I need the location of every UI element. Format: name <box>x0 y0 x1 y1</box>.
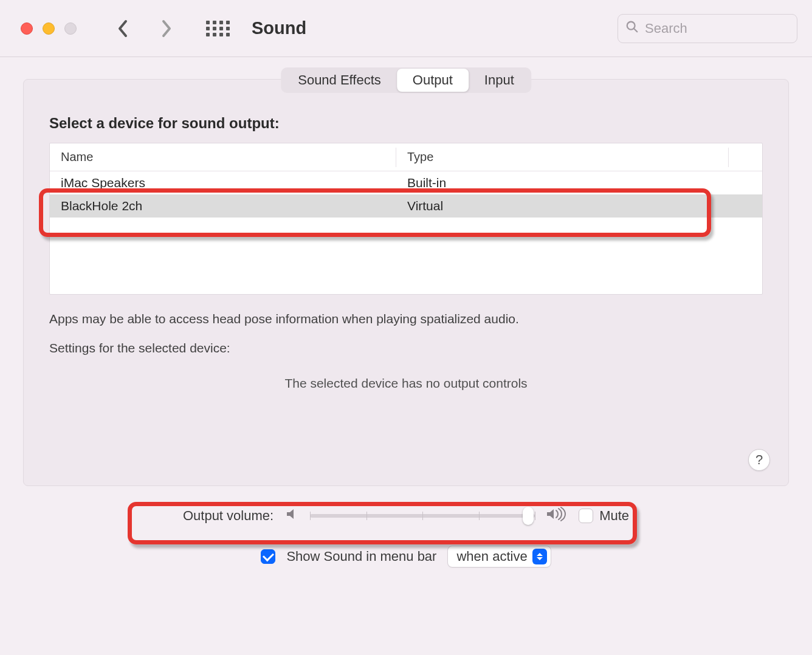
sound-panel: Sound Effects Output Input Select a devi… <box>23 79 789 486</box>
device-type: Virtual <box>396 199 443 213</box>
dropdown-stepper-icon <box>532 549 547 564</box>
device-type: Built-in <box>396 176 446 190</box>
output-volume-slider[interactable] <box>310 508 535 524</box>
device-name: iMac Speakers <box>50 176 396 190</box>
device-settings-label: Settings for the selected device: <box>24 326 788 355</box>
volume-slider-thumb[interactable] <box>523 507 534 525</box>
device-name: BlackHole 2ch <box>50 199 396 213</box>
apps-grid-icon <box>206 21 230 36</box>
menu-bar-row: Show Sound in menu bar when active <box>0 546 812 568</box>
dropdown-value: when active <box>456 549 527 564</box>
output-volume-label: Output volume: <box>183 508 274 524</box>
window-toolbar: Sound <box>0 0 812 57</box>
sound-tabs: Sound Effects Output Input <box>281 67 531 93</box>
table-row[interactable]: BlackHole 2ch Virtual <box>50 194 762 218</box>
speaker-loud-icon <box>546 507 568 525</box>
output-volume-row: Output volume: Mute <box>0 507 812 525</box>
window-zoom-button[interactable] <box>64 22 77 35</box>
device-table: Name Type iMac Speakers Built-in BlackHo… <box>49 143 763 295</box>
search-field[interactable] <box>618 14 797 43</box>
window-close-button[interactable] <box>21 22 33 35</box>
search-input[interactable] <box>645 21 790 36</box>
column-header-name[interactable]: Name <box>50 148 396 167</box>
column-header-type[interactable]: Type <box>396 148 729 167</box>
mute-checkbox[interactable] <box>579 509 593 523</box>
window-traffic-lights <box>21 22 77 35</box>
nav-forward-button[interactable] <box>156 16 177 41</box>
mute-control: Mute <box>579 508 629 524</box>
menu-bar-mode-dropdown[interactable]: when active <box>447 546 551 568</box>
no-output-controls-text: The selected device has no output contro… <box>24 355 788 391</box>
speaker-quiet-icon <box>284 507 299 525</box>
device-section-heading: Select a device for sound output: <box>24 88 788 143</box>
show-sound-menubar-checkbox[interactable] <box>261 549 275 564</box>
window-minimize-button[interactable] <box>43 22 55 35</box>
tab-sound-effects[interactable]: Sound Effects <box>282 69 397 92</box>
show-sound-menubar-label: Show Sound in menu bar <box>286 549 436 564</box>
help-button[interactable]: ? <box>748 449 770 471</box>
show-all-prefs-button[interactable] <box>207 18 229 39</box>
nav-controls <box>112 16 177 41</box>
tab-input[interactable]: Input <box>469 69 530 92</box>
nav-back-button[interactable] <box>112 16 134 41</box>
tab-output[interactable]: Output <box>397 69 469 92</box>
device-table-header: Name Type <box>50 143 762 171</box>
mute-label: Mute <box>599 508 629 524</box>
spatial-audio-info: Apps may be able to access head pose inf… <box>24 295 788 326</box>
table-row[interactable]: iMac Speakers Built-in <box>50 171 762 194</box>
window-title: Sound <box>252 18 306 38</box>
search-icon <box>625 20 639 36</box>
svg-line-1 <box>634 29 638 32</box>
